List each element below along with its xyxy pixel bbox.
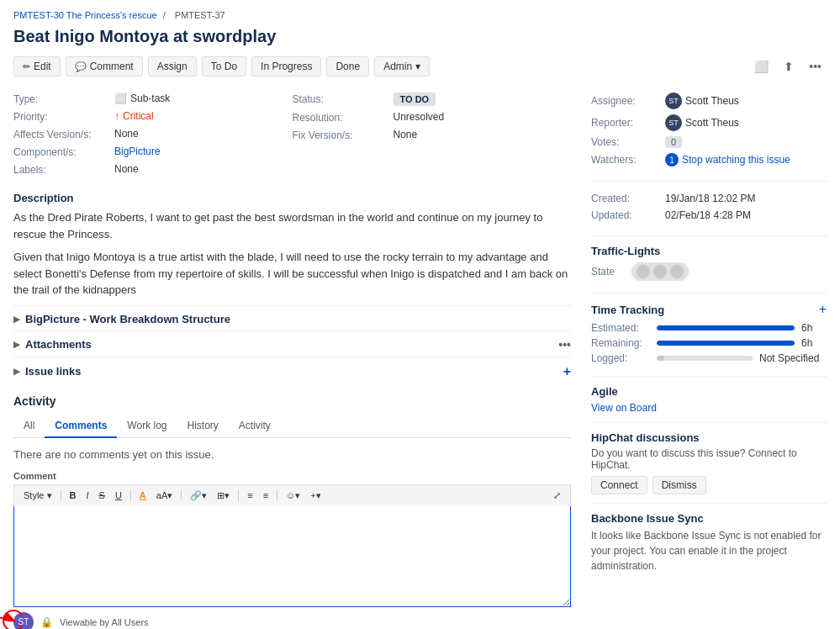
estimated-label: Estimated: <box>591 322 650 334</box>
backbone-section: Backbone Issue Sync It looks like Backbo… <box>591 512 827 574</box>
unordered-list-button[interactable]: ≡ <box>243 489 256 502</box>
fix-version-label: Fix Version/s: <box>293 129 394 141</box>
activity-section: Activity All Comments Work log History A… <box>13 394 571 630</box>
style-dropdown[interactable]: Style ▾ <box>19 489 56 503</box>
more-button[interactable]: ••• <box>804 56 827 77</box>
watchers-label: Watchers: <box>591 154 658 166</box>
viewable-text: Viewable by All Users <box>60 617 149 627</box>
view-on-board-link[interactable]: View on Board <box>591 402 657 414</box>
done-button[interactable]: Done <box>326 56 369 77</box>
reporter-label: Reporter: <box>591 117 658 129</box>
pencil-icon: ✏ <box>23 61 30 72</box>
tab-worklog[interactable]: Work log <box>117 415 177 438</box>
affects-value: None <box>114 128 139 140</box>
connect-button[interactable]: Connect <box>591 476 647 494</box>
bigpicture-section[interactable]: ▶ BigPicture - Work Breakdown Structure <box>13 305 571 330</box>
assignee-value: ST Scott Theus <box>665 92 739 109</box>
activity-title: Activity <box>13 394 571 408</box>
right-panel: Assignee: ST Scott Theus Reporter: ST Sc… <box>591 90 827 629</box>
created-label: Created: <box>591 193 658 204</box>
reporter-value: ST Scott Theus <box>665 114 739 131</box>
tab-activity[interactable]: Activity <box>229 415 281 438</box>
updated-label: Updated: <box>591 209 658 221</box>
labels-value: None <box>114 163 139 175</box>
estimated-bar <box>657 325 795 330</box>
comment-editor: Comment Style ▾ B I S U A aA▾ <box>13 471 571 607</box>
breadcrumb-parent[interactable]: PMTEST-30 The Princess's rescue <box>13 10 157 20</box>
in-progress-button[interactable]: In Progress <box>251 56 321 77</box>
toolbar: ✏ Edit 💬 Comment Assign To Do In Progres… <box>13 56 827 77</box>
status-badge: TO DO <box>394 92 436 106</box>
chevron-right-icon-3: ▶ <box>13 367 20 376</box>
tab-all[interactable]: All <box>13 415 45 438</box>
underline-button[interactable]: U <box>111 489 126 502</box>
add-time-button[interactable]: + <box>819 302 827 317</box>
export-button[interactable]: ⬆ <box>779 56 799 77</box>
traffic-light-control[interactable] <box>631 262 689 281</box>
attachments-section[interactable]: ▶ Attachments ••• <box>13 330 571 357</box>
italic-button[interactable]: I <box>82 489 92 502</box>
chevron-down-icon-2: ▾ <box>47 490 52 500</box>
tl-dot-2 <box>653 265 667 278</box>
comment-footer: ST 🔒 Viewable by All Users <box>13 612 571 630</box>
add-issue-link-button[interactable]: + <box>563 364 571 379</box>
dates-section: Created: 19/Jan/18 12:02 PM Updated: 02/… <box>591 190 827 224</box>
description-section: Description As the Dred Pirate Roberts, … <box>13 192 571 299</box>
hipchat-title: HipChat discussions <box>591 431 827 444</box>
chevron-right-icon-2: ▶ <box>13 340 20 349</box>
ordered-list-button[interactable]: ≡ <box>259 489 272 502</box>
attachments-label: Attachments <box>25 338 92 351</box>
votes-value: 0 <box>665 136 682 148</box>
created-value: 19/Jan/18 12:02 PM <box>665 193 755 204</box>
more-formatting-button[interactable]: +▾ <box>306 489 325 503</box>
fields-grid: Type: ⬜ Sub-task Priority: ↑ Critical <box>13 90 571 178</box>
logged-value: Not Specified <box>759 352 827 364</box>
priority-label: Priority: <box>13 110 114 123</box>
labels-label: Labels: <box>13 163 114 176</box>
state-label: State <box>591 266 625 278</box>
stop-watching-button[interactable]: Stop watching this issue <box>682 154 790 166</box>
traffic-lights-title: Traffic-Lights <box>591 245 827 257</box>
insert-button[interactable]: ⊞▾ <box>213 489 234 503</box>
link-button[interactable]: 🔗▾ <box>186 489 211 503</box>
comment-textarea[interactable] <box>13 506 571 607</box>
updated-value: 02/Feb/18 4:28 PM <box>665 209 751 221</box>
components-label: Component/s: <box>13 145 114 158</box>
strikethrough-button[interactable]: S <box>95 489 109 502</box>
comment-label: Comment <box>13 471 571 481</box>
comment-button[interactable]: 💬 Comment <box>66 56 143 77</box>
font-size-button[interactable]: aA▾ <box>152 489 177 503</box>
attachments-more-icon[interactable]: ••• <box>558 338 571 352</box>
components-value[interactable]: BigPicture <box>114 145 161 157</box>
page-title: Beat Inigo Montoya at swordplay <box>13 27 827 46</box>
tab-comments[interactable]: Comments <box>45 415 117 438</box>
estimated-value: 6h <box>801 322 827 334</box>
issue-links-label: Issue links <box>25 365 81 378</box>
color-button[interactable]: A <box>135 489 151 502</box>
issue-links-section[interactable]: ▶ Issue links + <box>13 357 571 384</box>
hipchat-text: Do you want to discuss this issue? Conne… <box>591 447 827 471</box>
remaining-bar-fill <box>657 341 795 346</box>
estimated-bar-fill <box>657 325 795 330</box>
votes-badge: 0 <box>665 136 682 148</box>
hipchat-section: HipChat discussions Do you want to discu… <box>591 431 827 494</box>
breadcrumb-separator: / <box>163 10 166 20</box>
remaining-label: Remaining: <box>591 337 650 349</box>
bold-button[interactable]: B <box>66 489 81 502</box>
admin-button[interactable]: Admin ▾ <box>374 56 430 77</box>
assign-button[interactable]: Assign <box>148 56 197 77</box>
expand-editor-button[interactable]: ⤢ <box>549 489 565 503</box>
description-title: Description <box>13 192 571 204</box>
todo-button[interactable]: To Do <box>202 56 246 77</box>
tab-history[interactable]: History <box>177 415 229 438</box>
edit-button[interactable]: ✏ Edit <box>13 56 61 77</box>
description-paragraph1: As the Dred Pirate Roberts, I want to ge… <box>13 209 571 242</box>
watcher-count: 1 <box>665 153 679 166</box>
dismiss-button[interactable]: Dismiss <box>652 476 706 494</box>
status-value: TO DO <box>394 92 436 106</box>
remaining-value: 6h <box>801 337 827 349</box>
breadcrumb: PMTEST-30 The Princess's rescue / PMTEST… <box>13 10 827 20</box>
emoji-button[interactable]: ☺▾ <box>282 489 304 503</box>
share-button[interactable]: ⬜ <box>749 56 774 77</box>
backbone-text: It looks like Backbone Issue Sync is not… <box>591 528 827 574</box>
